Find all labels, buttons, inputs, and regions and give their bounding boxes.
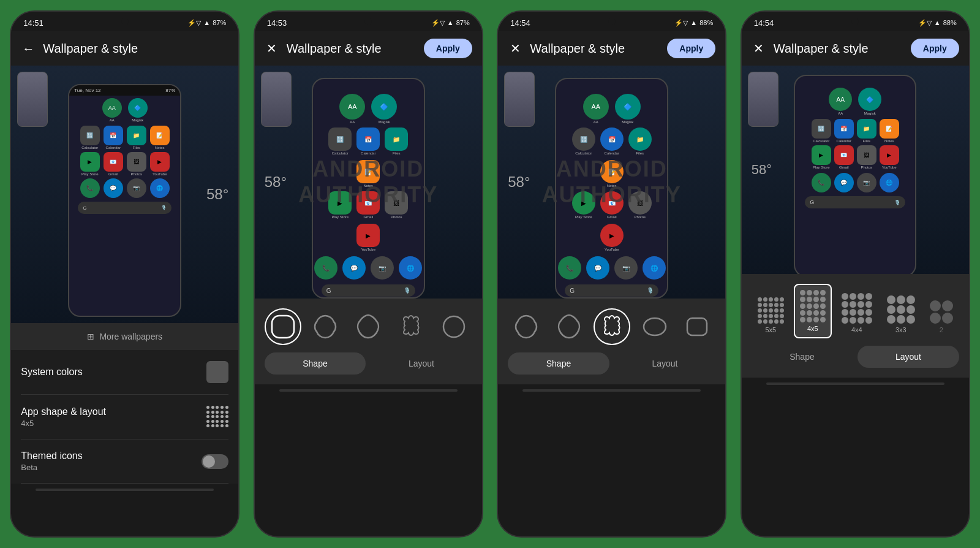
back-button-1[interactable]: ← [21, 42, 36, 56]
svg-rect-3 [687, 318, 707, 335]
wallpaper-thumb-2[interactable] [261, 72, 292, 127]
shape-panel-3: Shape Layout [498, 299, 725, 384]
wallpaper-bg-3: ANDROID AUTHORITY AAAA 🔷Magisk 🔢Calculat… [498, 66, 725, 299]
layout-4x5-label: 4x5 [807, 325, 818, 332]
phone1-wrapper: 14:51 ⚡▽ ▲ 87% ← Wallpaper & style Tue, … [3, 6, 247, 542]
pip-cam: 📷 [127, 178, 146, 198]
layout-tab-4[interactable]: Layout [858, 346, 959, 368]
app-shape-row[interactable]: App shape & layout 4x5 [21, 395, 228, 440]
shape-blob2-3[interactable] [551, 308, 587, 345]
grid-icon-1 [206, 406, 228, 428]
phone3: 14:54 ⚡▽ ▲ 88% ✕ Wallpaper & style Apply… [497, 10, 726, 538]
themed-icons-row[interactable]: Themed icons Beta [21, 440, 228, 484]
system-colors-swatch [206, 361, 228, 383]
status-time-1: 14:51 [23, 18, 43, 28]
shape-flower[interactable] [393, 308, 429, 345]
pip-play: ▶Play Store [80, 152, 100, 176]
top-bar-2: ✕ Wallpaper & style Apply [255, 31, 482, 66]
top-bar-title-2: Wallpaper & style [287, 42, 417, 56]
layout-3x3[interactable]: 3x3 [882, 291, 920, 338]
wallpaper-preview-3: ANDROID AUTHORITY AAAA 🔷Magisk 🔢Calculat… [498, 66, 725, 299]
shape-circle[interactable] [435, 308, 472, 345]
shape-flower-3[interactable] [594, 308, 630, 345]
pip-files: 📁Files [127, 126, 146, 150]
wallpaper-preview-2: ANDROID AUTHORITY AAAA 🔷Magisk 🔢Calculat… [255, 66, 482, 299]
top-bar-4: ✕ Wallpaper & style Apply [742, 31, 969, 66]
wallpaper-thumb-1[interactable] [17, 72, 48, 127]
svg-rect-0 [272, 316, 294, 338]
home-indicator-2 [279, 389, 458, 392]
shape-blob2[interactable] [350, 308, 386, 345]
apply-button-2[interactable]: Apply [424, 39, 472, 58]
shape-squircle[interactable] [265, 308, 301, 345]
flower-svg [398, 313, 424, 340]
wallpaper-thumb-4[interactable] [748, 72, 778, 127]
shape-tab-2[interactable]: Shape [265, 352, 366, 375]
shape-blob1-3[interactable] [508, 308, 545, 345]
wifi-icon-4: ▲ [934, 19, 941, 26]
close-button-3[interactable]: ✕ [508, 41, 522, 56]
layout-tab-3[interactable]: Layout [614, 352, 716, 375]
layout-4x5[interactable]: 4x5 [794, 284, 832, 338]
more-wallpapers-label-1: More wallpapers [99, 332, 162, 341]
temp-indicator-2: 58° [265, 173, 287, 191]
layout-4x4[interactable]: 4x4 [837, 288, 877, 338]
close-button-4[interactable]: ✕ [752, 41, 766, 56]
wallpaper-preview-4: AAAA 🔷Magisk 🔢Calculator 📅Calendar 📁File… [742, 66, 969, 274]
apply-button-3[interactable]: Apply [667, 39, 715, 58]
status-icons-4: ⚡▽ ▲ 88% [918, 19, 957, 27]
shape-options-3 [508, 308, 715, 345]
screenshots-container: 14:51 ⚡▽ ▲ 87% ← Wallpaper & style Tue, … [0, 0, 980, 548]
top-bar-title-1: Wallpaper & style [43, 42, 228, 56]
layout-more[interactable]: 2 [925, 295, 958, 338]
system-colors-row[interactable]: System colors [21, 350, 228, 395]
apply-button-4[interactable]: Apply [911, 39, 959, 58]
shape-blob1[interactable] [307, 308, 344, 345]
signal-icon-4: ⚡▽ [918, 19, 932, 27]
close-button-2[interactable]: ✕ [265, 41, 279, 56]
battery-1: 87% [213, 19, 226, 26]
toggle-knob [203, 455, 215, 468]
pip-gmail: 📧Gmail [104, 152, 123, 176]
shape-circle-3[interactable] [636, 308, 673, 345]
wallpaper-thumb-3[interactable] [504, 72, 535, 127]
layout-tab-2[interactable]: Layout [371, 352, 472, 375]
pip-msg: 💬 [104, 178, 123, 198]
gallery-icon-1: ⊞ [87, 332, 94, 341]
svg-point-2 [644, 318, 666, 335]
battery-3: 88% [699, 19, 713, 26]
pip-phone: 📞 [80, 178, 100, 198]
layout-3x3-grid [887, 295, 915, 324]
shape-tab-4[interactable]: Shape [752, 346, 853, 368]
battery-2: 87% [456, 19, 470, 26]
status-icons-1: ⚡▽ ▲ 87% [187, 19, 226, 27]
top-bar-title-3: Wallpaper & style [530, 42, 660, 56]
layout-4x4-label: 4x4 [851, 326, 862, 333]
home-indicator-3 [522, 389, 701, 392]
wifi-icon-2: ▲ [447, 19, 454, 26]
wallpaper-bg-1: Tue, Nov 12 87% AA AA 🔷 [11, 66, 238, 323]
shape-tab-3[interactable]: Shape [508, 352, 609, 375]
pip-chrome: 🌐 [150, 178, 170, 198]
pip-time-1: Tue, Nov 12 [74, 88, 100, 93]
top-bar-3: ✕ Wallpaper & style Apply [498, 31, 725, 66]
temp-indicator-3: 58° [508, 173, 530, 191]
app-shape-subtitle: 4x5 [21, 419, 106, 428]
signal-icon-3: ⚡▽ [674, 19, 688, 27]
themed-icons-toggle[interactable] [202, 454, 228, 469]
squircle-svg [270, 313, 296, 340]
top-bar-1: ← Wallpaper & style [11, 31, 238, 66]
pip-notes: 📝Notes [150, 126, 170, 150]
pip-icon-img-aa: AA [102, 98, 122, 118]
pip-icon-img-magisk: 🔷 [128, 98, 148, 118]
phone2: 14:53 ⚡▽ ▲ 87% ✕ Wallpaper & style Apply… [254, 10, 483, 538]
layout-5x5-label: 5x5 [765, 326, 776, 333]
more-wallpapers-btn-1[interactable]: ⊞ More wallpapers [11, 323, 238, 350]
top-bar-title-4: Wallpaper & style [774, 42, 903, 56]
layout-5x5[interactable]: 5x5 [753, 292, 789, 338]
pip-status-1: Tue, Nov 12 87% [69, 85, 180, 96]
home-indicator-4 [766, 382, 944, 385]
camera-notch-4 [851, 18, 859, 25]
wallpaper-bg-2: ANDROID AUTHORITY AAAA 🔷Magisk 🔢Calculat… [255, 66, 482, 299]
shape-roundrect-3[interactable] [679, 308, 715, 345]
